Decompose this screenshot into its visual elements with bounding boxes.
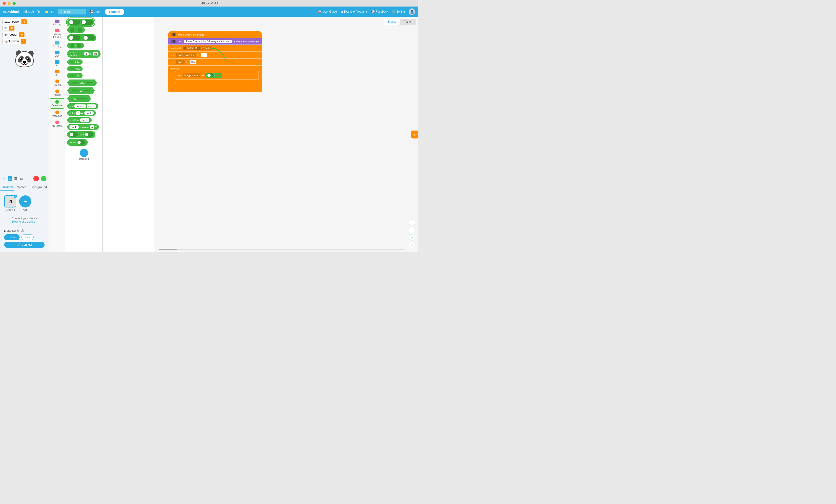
- block-set-base-power[interactable]: set base_power ▾ to 30: [168, 52, 262, 59]
- gear-icon: ⚙️: [392, 10, 395, 13]
- publish-button[interactable]: Publish: [105, 8, 124, 15]
- minimize-button[interactable]: [8, 2, 11, 5]
- view-icons: ⤡ ⊞ ☰ ⊟: [2, 176, 23, 181]
- category-myblocks[interactable]: My Blocks: [50, 119, 64, 129]
- var-left-power[interactable]: left_power 0: [2, 32, 24, 37]
- device-close-button[interactable]: ✕: [14, 195, 17, 198]
- scrollbar-thumb[interactable]: [159, 249, 177, 250]
- extension-area: + extension: [67, 147, 100, 161]
- block-equal[interactable]: = 50: [67, 73, 100, 78]
- category-lan[interactable]: LAN: [50, 50, 64, 59]
- grid-icon: ⊞: [341, 10, 343, 13]
- stop-button[interactable]: [33, 176, 39, 181]
- tab-background[interactable]: Background: [29, 183, 49, 191]
- traffic-lights: [3, 2, 16, 5]
- left-panel: base_power 0 kp 0 left_power 0 right_pow…: [0, 17, 49, 252]
- block-less[interactable]: < 50: [67, 66, 100, 71]
- save-button[interactable]: 💾 Save: [88, 9, 103, 15]
- user-guide-link[interactable]: 📖 User Guide: [318, 10, 337, 13]
- var-kp[interactable]: kp 0: [2, 26, 15, 31]
- main-layout: base_power 0 kp 0 left_power 0 right_pow…: [0, 17, 418, 252]
- category-motion-sensing[interactable]: Motion Sensing: [50, 28, 64, 39]
- block-mod[interactable]: mod: [67, 131, 100, 138]
- category-control[interactable]: Control: [50, 88, 64, 98]
- how-to-link[interactable]: How to use device?: [4, 220, 44, 223]
- block-set-left-power[interactable]: set left_power ▾ to -: [175, 71, 259, 80]
- refresh-button[interactable]: ↻: [36, 8, 41, 15]
- code-area: Blocks Python ⬛ when CyberPi starts up ⬛…: [154, 17, 418, 252]
- category-display[interactable]: Display: [50, 18, 64, 27]
- project-title-input[interactable]: [58, 9, 86, 15]
- close-button[interactable]: [3, 2, 6, 5]
- block-length-of[interactable]: length of apple: [67, 117, 100, 123]
- chat-icon: 💬: [371, 10, 375, 13]
- category-ai[interactable]: AI: [50, 59, 64, 68]
- horizontal-scrollbar[interactable]: [159, 249, 404, 250]
- block-wait-until[interactable]: wait until button B ▾ pressed?: [168, 45, 262, 52]
- tab-sprites[interactable]: Sprites: [15, 183, 29, 191]
- var-base-power[interactable]: base_power 0: [2, 19, 27, 24]
- titlebar: mBlock v5.4.3: [0, 0, 418, 6]
- zoom-reset-button[interactable]: ⟳: [408, 234, 415, 241]
- grid-view-button[interactable]: ⊞: [8, 176, 12, 181]
- code-tabs: Blocks Python: [384, 19, 416, 25]
- list-view-button[interactable]: ☰: [14, 176, 18, 181]
- tab-devices[interactable]: Devices: [0, 183, 15, 191]
- block-not[interactable]: not: [67, 95, 100, 102]
- setting-link[interactable]: ⚙️ Setting: [392, 10, 405, 13]
- devices-content: 🖥 ✕ CyberPi + Add Connect your device Ho…: [0, 191, 49, 252]
- block-print[interactable]: ⬛ print Press B to start line following …: [168, 38, 262, 44]
- block-and[interactable]: and: [67, 79, 100, 86]
- block-plus[interactable]: +: [67, 27, 100, 33]
- go-button[interactable]: [41, 176, 46, 181]
- fullscreen-button[interactable]: [13, 2, 16, 5]
- expand-view-button[interactable]: ⤡: [2, 176, 6, 181]
- example-programs-link[interactable]: ⊞ Example Programs: [341, 10, 368, 13]
- block-contains[interactable]: apple contains a ?: [67, 124, 100, 130]
- avatar[interactable]: 👤: [408, 8, 415, 15]
- upload-mode-button[interactable]: Upload: [4, 234, 20, 240]
- block-pick-random[interactable]: pick random 1 to 10: [67, 50, 100, 58]
- topbar: makeblock | mBlock ↻ 📁 File 💾 Save Publi…: [0, 6, 418, 17]
- window-title: mBlock v5.4.3: [200, 2, 218, 5]
- add-extension-button[interactable]: +: [80, 149, 88, 157]
- block-minus[interactable]: /: [67, 43, 100, 49]
- tile-view-button[interactable]: ⊟: [19, 176, 23, 181]
- device-tabs: Devices Sprites Background: [0, 183, 49, 191]
- block-round[interactable]: round: [67, 139, 100, 146]
- device-icon: 🖥: [8, 199, 13, 204]
- zoom-out-button[interactable]: −: [408, 227, 415, 233]
- connect-device-button[interactable]: 🔗 Connect: [4, 242, 44, 248]
- var-right-power[interactable]: right_power 0: [2, 39, 26, 44]
- category-iot[interactable]: IoT: [50, 69, 64, 78]
- category-sidebar: Display Motion Sensing Sensing LAN AI Io…: [49, 17, 65, 252]
- file-menu-button[interactable]: 📁 File: [43, 9, 56, 15]
- category-sensing[interactable]: Sensing: [50, 40, 64, 49]
- zoom-controls: + − ⟳ =: [408, 219, 415, 248]
- block-hat-cyberpi[interactable]: ⬛ when CyberPi starts up: [168, 31, 262, 38]
- bottom-panel: ⤡ ⊞ ☰ ⊟ Devices Sprites Background: [0, 174, 49, 252]
- block-toggle-2[interactable]: ·: [67, 34, 100, 41]
- code-sidebar-toggle[interactable]: </>: [411, 131, 418, 138]
- block-join[interactable]: join banana apple: [67, 103, 100, 109]
- category-events[interactable]: Events: [50, 78, 64, 88]
- add-device-button[interactable]: +: [19, 195, 31, 208]
- block-or[interactable]: or: [67, 88, 100, 94]
- cyberpi-device[interactable]: 🖥 ✕ CyberPi: [4, 195, 16, 211]
- add-device-item[interactable]: + Add: [19, 195, 31, 211]
- block-set-kp[interactable]: set kp ▾ to 0.5: [168, 59, 262, 65]
- block-letter-of[interactable]: letter 1 of apple: [67, 110, 100, 116]
- variables-area: base_power 0 kp 0 left_power 0 right_pow…: [0, 17, 49, 174]
- tab-blocks[interactable]: Blocks: [384, 19, 400, 25]
- feedback-link[interactable]: 💬 Feedback: [371, 10, 388, 13]
- zoom-in-button[interactable]: +: [408, 219, 415, 226]
- category-variables[interactable]: Variables: [50, 109, 64, 119]
- block-forever[interactable]: forever set left_power ▾ to - ↵: [168, 66, 262, 92]
- save-icon: 💾: [90, 10, 94, 14]
- tab-python[interactable]: Python: [400, 19, 416, 25]
- category-operators[interactable]: Operators: [50, 98, 64, 109]
- block-greater[interactable]: > 50: [67, 59, 100, 64]
- block-toggle-1[interactable]: [67, 19, 100, 26]
- fit-button[interactable]: =: [408, 242, 415, 248]
- live-mode-button[interactable]: Live: [21, 234, 34, 240]
